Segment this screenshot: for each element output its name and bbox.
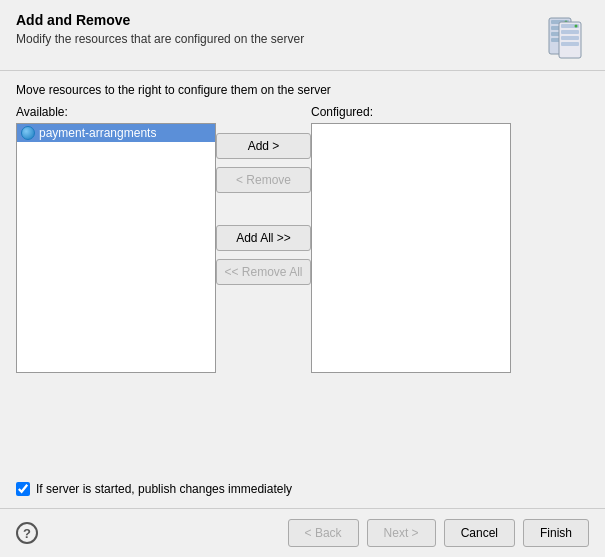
configured-list[interactable]	[311, 123, 511, 373]
dialog-subtitle: Modify the resources that are configured…	[16, 32, 533, 46]
available-section: Available: payment-arrangments	[16, 105, 216, 373]
checkbox-row: If server is started, publish changes im…	[16, 482, 589, 496]
svg-rect-11	[561, 42, 579, 46]
svg-rect-9	[561, 30, 579, 34]
remove-all-button[interactable]: << Remove All	[216, 259, 311, 285]
item-name: payment-arrangments	[39, 126, 156, 140]
dialog-footer: ? < Back Next > Cancel Finish	[0, 508, 605, 557]
next-button[interactable]: Next >	[367, 519, 436, 547]
instruction-text: Move resources to the right to configure…	[16, 83, 589, 97]
remove-button[interactable]: < Remove	[216, 167, 311, 193]
publish-checkbox[interactable]	[16, 482, 30, 496]
svg-rect-10	[561, 36, 579, 40]
footer-left: ?	[16, 522, 38, 544]
available-label: Available:	[16, 105, 216, 119]
footer-right: < Back Next > Cancel Finish	[288, 519, 589, 547]
configured-label: Configured:	[311, 105, 511, 119]
configured-section: Configured:	[311, 105, 511, 373]
available-list[interactable]: payment-arrangments	[16, 123, 216, 373]
add-button[interactable]: Add >	[216, 133, 311, 159]
list-item[interactable]: payment-arrangments	[17, 124, 215, 142]
web-module-icon	[21, 126, 35, 140]
finish-button[interactable]: Finish	[523, 519, 589, 547]
columns-row: Available: payment-arrangments Add > < R…	[16, 105, 589, 470]
btn-group-top: Add > < Remove	[216, 133, 311, 193]
help-button[interactable]: ?	[16, 522, 38, 544]
add-remove-dialog: Add and Remove Modify the resources that…	[0, 0, 605, 557]
server-icon	[541, 12, 589, 60]
btn-group-bottom: Add All >> << Remove All	[216, 225, 311, 285]
middle-buttons-section: Add > < Remove Add All >> << Remove All	[216, 105, 311, 285]
dialog-header: Add and Remove Modify the resources that…	[0, 0, 605, 71]
cancel-button[interactable]: Cancel	[444, 519, 515, 547]
dialog-title: Add and Remove	[16, 12, 533, 28]
back-button[interactable]: < Back	[288, 519, 359, 547]
publish-checkbox-label[interactable]: If server is started, publish changes im…	[36, 482, 292, 496]
header-text: Add and Remove Modify the resources that…	[16, 12, 533, 46]
dialog-content: Move resources to the right to configure…	[0, 71, 605, 508]
add-all-button[interactable]: Add All >>	[216, 225, 311, 251]
svg-point-12	[575, 25, 578, 28]
